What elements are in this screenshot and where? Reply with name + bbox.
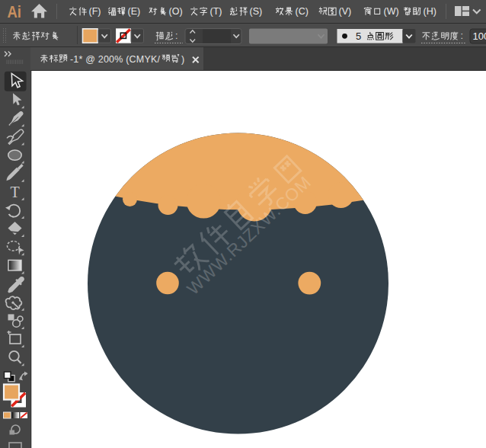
svg-text:(S): (S) [250,6,263,17]
svg-text:T: T [10,184,19,200]
svg-text:(F): (F) [89,6,101,17]
svg-text:): ) [181,54,184,65]
svg-text:(O): (O) [169,6,183,17]
svg-text:Ai: Ai [8,2,21,21]
svg-text:5: 5 [356,30,361,42]
svg-text:(W): (W) [384,6,399,17]
svg-text::: : [175,30,177,41]
svg-text:(C): (C) [296,6,309,17]
svg-text:(V): (V) [339,6,352,17]
svg-text:(T): (T) [210,6,222,17]
svg-text:100: 100 [473,30,486,42]
svg-text::: : [461,30,463,41]
svg-text:(E): (E) [128,6,141,17]
svg-text:(H): (H) [424,6,436,17]
svg-text:-1* @ 200% (CMYK/: -1* @ 200% (CMYK/ [70,54,161,65]
